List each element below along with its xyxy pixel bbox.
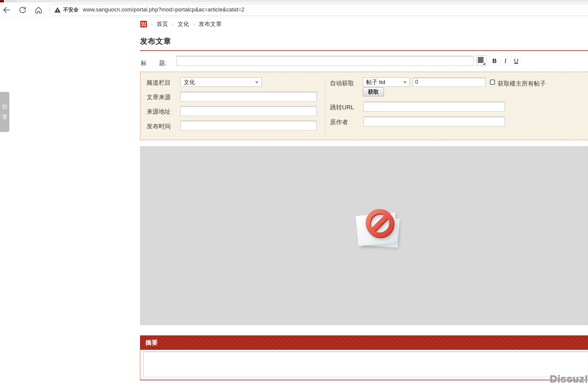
channel-select[interactable]: 文化 bbox=[180, 77, 262, 87]
arrow-left-icon bbox=[2, 5, 11, 14]
chevron-down-icon bbox=[255, 81, 259, 83]
source-url-input[interactable] bbox=[180, 106, 317, 116]
underline-button[interactable]: U bbox=[511, 56, 521, 66]
address-bar[interactable]: 不安全 www.sanguocn.com/portal.php?mod=port… bbox=[49, 4, 588, 16]
source-label: 文章来源 bbox=[147, 93, 171, 101]
article-title-input[interactable] bbox=[176, 56, 474, 66]
browser-tab-strip bbox=[0, 0, 588, 2]
summary-textarea[interactable] bbox=[143, 351, 588, 377]
fetch-button[interactable]: 获取 bbox=[363, 87, 384, 96]
blocked-plugin-placeholder bbox=[356, 208, 405, 248]
back-button[interactable] bbox=[2, 5, 11, 15]
source-input[interactable] bbox=[180, 92, 317, 102]
page-title: 发布文章 bbox=[140, 36, 171, 46]
breadcrumb-separator: › bbox=[193, 21, 195, 27]
channel-label: 频道栏目 bbox=[147, 79, 171, 87]
security-label: 不安全 bbox=[63, 6, 79, 13]
auto-fetch-label: 自动获取 bbox=[330, 79, 354, 87]
summary-header: 摘要 bbox=[140, 335, 588, 350]
channel-select-value: 文化 bbox=[184, 78, 195, 86]
fetch-all-posts-label: 获取楼主所有帖子 bbox=[498, 80, 546, 88]
security-warning-icon[interactable] bbox=[54, 7, 61, 13]
url-text: www.sanguocn.com/portal.php?mod=portalcp… bbox=[83, 7, 244, 13]
fetch-type-select[interactable]: 帖子 tid bbox=[363, 77, 410, 87]
home-button[interactable] bbox=[34, 5, 43, 15]
title-field-label: 题: bbox=[159, 59, 167, 67]
article-meta-panel: 频道栏目 文化 文章来源 来源地址 发布时间 自动获取 帖子 tid 获取楼主所… bbox=[140, 72, 588, 140]
breadcrumb-separator: › bbox=[172, 21, 174, 27]
breadcrumb-separator: › bbox=[151, 21, 153, 27]
redirect-url-input[interactable] bbox=[363, 102, 505, 111]
color-swatch-icon bbox=[478, 57, 484, 63]
font-color-button[interactable] bbox=[476, 55, 486, 66]
original-author-label: 原作者 bbox=[330, 118, 348, 126]
refresh-icon bbox=[18, 6, 27, 14]
home-icon bbox=[34, 6, 43, 14]
discuz-watermark: Discuz! bbox=[550, 373, 588, 385]
page-content: 分 享 › 首页 › 文化 › 发布文章 发布文章 标 题: B I U bbox=[0, 17, 588, 386]
refresh-button[interactable] bbox=[18, 5, 27, 15]
fetch-type-value: 帖子 tid bbox=[366, 78, 385, 86]
redirect-url-label: 跳转URL bbox=[330, 103, 354, 111]
chevron-down-icon bbox=[403, 81, 407, 83]
breadcrumb-item-category[interactable]: 文化 bbox=[178, 20, 189, 28]
share-tab-char: 分 bbox=[2, 103, 8, 111]
publish-time-input[interactable] bbox=[180, 121, 317, 130]
breadcrumb: › 首页 › 文化 › 发布文章 bbox=[140, 20, 222, 28]
tid-input[interactable] bbox=[413, 77, 486, 87]
source-url-label: 来源地址 bbox=[147, 108, 171, 116]
share-tab-char: 享 bbox=[2, 113, 8, 121]
browser-toolbar: 不安全 www.sanguocn.com/portal.php?mod=port… bbox=[0, 2, 588, 17]
fetch-all-posts-checkbox[interactable] bbox=[490, 80, 495, 85]
original-author-input[interactable] bbox=[363, 116, 505, 126]
share-side-tab[interactable]: 分 享 bbox=[0, 92, 9, 132]
column-divider bbox=[325, 76, 325, 135]
summary-body bbox=[140, 350, 588, 380]
editor-area[interactable] bbox=[140, 146, 588, 325]
italic-button[interactable]: I bbox=[500, 56, 510, 66]
publish-time-label: 发布时间 bbox=[147, 122, 171, 130]
prohibition-icon bbox=[364, 207, 397, 241]
summary-title: 摘要 bbox=[145, 339, 158, 347]
title-divider bbox=[140, 50, 588, 51]
site-logo-icon[interactable] bbox=[140, 21, 147, 27]
breadcrumb-item-current: 发布文章 bbox=[199, 20, 222, 28]
breadcrumb-item-home[interactable]: 首页 bbox=[157, 20, 168, 28]
dropdown-corner-icon bbox=[483, 63, 485, 65]
bold-button[interactable]: B bbox=[490, 56, 499, 66]
title-field-label: 标 bbox=[141, 59, 147, 67]
browser-window: 不安全 www.sanguocn.com/portal.php?mod=port… bbox=[0, 0, 588, 386]
